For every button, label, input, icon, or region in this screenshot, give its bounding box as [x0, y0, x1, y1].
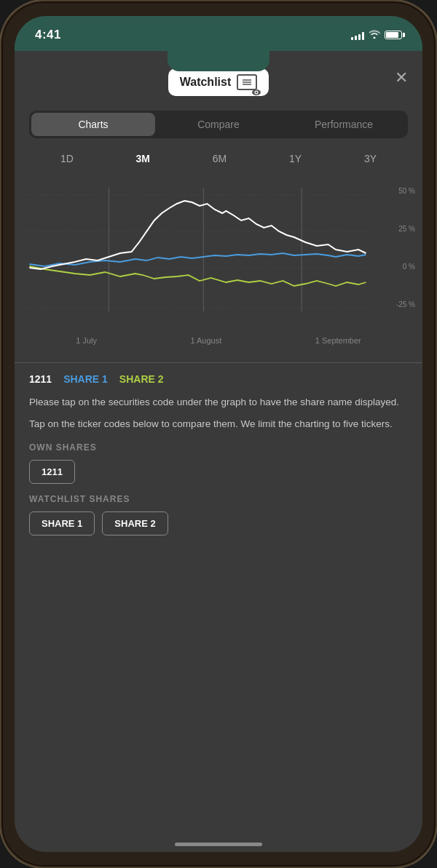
period-3m[interactable]: 3M — [130, 150, 156, 167]
screen-content[interactable]: Watchlist — [15, 51, 422, 852]
x-label-july: 1 July — [76, 336, 97, 345]
tabs-container: Charts Compare Performance — [29, 111, 408, 138]
close-button[interactable]: ✕ — [395, 68, 408, 87]
legend-1211[interactable]: 1211 — [29, 373, 52, 385]
tab-performance[interactable]: Performance — [282, 113, 406, 136]
chip-share1[interactable]: SHARE 1 — [29, 511, 95, 535]
info-line-2: Tap on the ticker codes below to compare… — [29, 417, 408, 431]
period-1y[interactable]: 1Y — [283, 150, 307, 167]
status-bar: 4:41 — [15, 16, 422, 51]
watchlist-label: Watchlist — [180, 76, 232, 89]
time-period-selector: 1D 3M 6M 1Y 3Y — [15, 138, 422, 173]
x-label-september: 1 September — [315, 336, 361, 345]
period-1d[interactable]: 1D — [55, 150, 79, 167]
info-line-1: Please tap on the securities code under … — [29, 395, 408, 410]
watchlist-shares-chips: SHARE 1 SHARE 2 — [29, 511, 408, 535]
status-icons — [351, 29, 402, 41]
phone-screen: 4:41 — [15, 16, 422, 852]
x-label-august: 1 August — [190, 336, 221, 345]
watchlist-button[interactable]: Watchlist — [168, 68, 269, 96]
home-indicator[interactable] — [175, 843, 262, 846]
period-6m[interactable]: 6M — [207, 150, 232, 167]
battery-icon — [385, 31, 402, 39]
watchlist-shares-label: WATCHLIST SHARES — [29, 494, 408, 504]
signal-icon — [351, 30, 364, 40]
chip-share2[interactable]: SHARE 2 — [102, 511, 168, 535]
eye-icon — [251, 89, 261, 96]
own-shares-label: OWN SHARES — [29, 442, 408, 453]
legend-share2[interactable]: SHARE 2 — [119, 373, 164, 385]
x-axis-labels: 1 July 1 August 1 September — [15, 333, 422, 345]
list-icon — [237, 74, 257, 90]
svg-point-5 — [256, 92, 258, 94]
chip-1211[interactable]: 1211 — [29, 460, 75, 484]
legend-section: 1211 SHARE 1 SHARE 2 — [15, 363, 422, 389]
chart-section: 1D 3M 6M 1Y 3Y — [15, 138, 422, 354]
tab-compare[interactable]: Compare — [157, 113, 280, 136]
status-time: 4:41 — [35, 28, 61, 42]
phone-frame: 4:41 — [0, 0, 437, 868]
tab-charts[interactable]: Charts — [31, 113, 155, 136]
chart-area: 50 % 25 % 0 % -25 % — [22, 173, 415, 333]
bottom-padding — [15, 547, 422, 576]
info-section: Please tap on the securities code under … — [15, 389, 422, 547]
chart-svg — [22, 173, 415, 333]
own-shares-chips: 1211 — [29, 460, 408, 484]
period-3y[interactable]: 3Y — [358, 150, 382, 167]
wifi-icon — [369, 29, 380, 41]
legend-share1[interactable]: SHARE 1 — [63, 373, 108, 385]
notch — [168, 51, 269, 71]
